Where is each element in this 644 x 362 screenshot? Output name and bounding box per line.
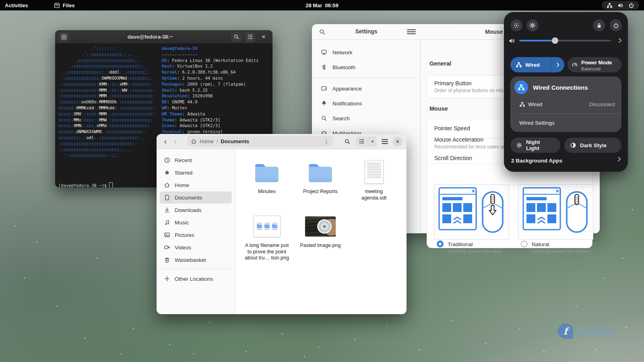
file-meeting-agenda[interactable]: meeting agenda.odt: [348, 158, 400, 201]
file-long-filename-png[interactable]: A long filename just to prove the point …: [241, 213, 293, 261]
home-icon: [191, 138, 197, 144]
files-content[interactable]: Minutes Project Reports meeting agenda.o…: [236, 150, 407, 314]
mouse-heading: Mouse: [429, 105, 448, 112]
volume-icon: [508, 37, 515, 44]
view-options-caret-icon[interactable]: ▾: [368, 139, 377, 144]
back-button[interactable]: ‹: [161, 137, 170, 146]
sidebar-item-videos[interactable]: Videos: [160, 241, 232, 253]
files-app-icon: [54, 2, 60, 8]
image-thumbnail: [253, 213, 281, 240]
folder-project-reports[interactable]: Project Reports: [295, 159, 346, 195]
settings-page-title: Mouse: [485, 29, 503, 35]
wired-expand-button[interactable]: [551, 57, 564, 72]
lock-button[interactable]: [593, 19, 605, 31]
screenshot-button[interactable]: [510, 19, 522, 31]
fedora-logo: f: [558, 323, 573, 339]
files-headerbar[interactable]: ‹ › Home / Documents ⋮ ▾ ×: [157, 134, 407, 149]
fedora-watermark: f fedora: [558, 323, 612, 339]
sidebar-item-starred[interactable]: Starred: [160, 167, 232, 179]
wired-connections-icon: [514, 80, 528, 94]
fedora-wordmark: fedora: [577, 324, 612, 338]
breadcrumb-current[interactable]: Documents: [221, 138, 249, 144]
files-search-icon[interactable]: [344, 138, 351, 145]
sidebar-item-downloads[interactable]: Downloads: [160, 204, 232, 216]
files-sidebar: Recent Starred Home Documents Downloads …: [157, 150, 235, 314]
system-tray[interactable]: [602, 1, 639, 10]
sidebar-item-music[interactable]: Music: [160, 216, 232, 228]
natural-illustration[interactable]: [518, 184, 593, 240]
sidebar-item-documents[interactable]: Documents: [160, 191, 232, 204]
sidebar-item-network[interactable]: Network: [316, 45, 416, 60]
sidebar-item-home[interactable]: Home: [160, 179, 232, 191]
power-mode-icon: [572, 62, 578, 68]
power-mode-toggle[interactable]: Power ModeBalanced: [568, 57, 621, 72]
breadcrumb[interactable]: Home / Documents ⋮: [187, 136, 333, 147]
terminal-title: dave@fedora-38:~: [72, 34, 228, 40]
clock[interactable]: 28 Mar 06:59: [305, 2, 339, 8]
background-apps-expand-icon[interactable]: [616, 156, 622, 162]
files-menu-button[interactable]: [382, 139, 388, 144]
desktop: dave@fedora-38:~ × .',;::::;,'. .';:cccc…: [0, 0, 644, 362]
terminal-titlebar[interactable]: dave@fedora-38:~ ×: [55, 30, 272, 44]
traditional-radio[interactable]: [437, 241, 444, 247]
lock-icon: [596, 23, 602, 29]
chevron-right-icon: [555, 62, 561, 68]
sidebar-item-appearance[interactable]: Appearance: [316, 81, 416, 96]
folder-minutes[interactable]: Minutes: [241, 159, 293, 195]
document-icon: [365, 158, 384, 186]
terminal-new-tab-button[interactable]: [59, 32, 69, 42]
settings-menu-button[interactable]: [407, 27, 416, 36]
list-view-icon[interactable]: [355, 138, 368, 144]
sidebar-item-other-locations[interactable]: Other Locations: [160, 273, 232, 285]
breadcrumb-home[interactable]: Home: [200, 138, 214, 144]
file-pasted-image-png[interactable]: Pasted image.png: [295, 213, 346, 249]
view-toggle-button[interactable]: ▾: [355, 136, 377, 147]
night-light-icon: [516, 142, 522, 148]
settings-window-title: Settings: [312, 28, 421, 35]
quick-settings-panel: Wired Power ModeBalanced Wired Connectio…: [504, 12, 628, 172]
power-button[interactable]: [610, 19, 622, 31]
wired-row[interactable]: Wired: [528, 101, 542, 107]
volume-fill: [519, 40, 555, 41]
wired-settings-item[interactable]: Wired Settings: [519, 120, 555, 126]
folder-icon: [308, 159, 333, 186]
night-light-toggle[interactable]: Night Light: [510, 138, 560, 153]
power-icon: [613, 23, 619, 29]
sidebar-item-pictures[interactable]: Pictures: [160, 229, 232, 241]
volume-expand-icon[interactable]: [617, 37, 623, 43]
volume-handle[interactable]: [552, 37, 558, 44]
sidebar-item-recent[interactable]: Recent: [160, 154, 232, 166]
terminal-menu-button[interactable]: [245, 32, 255, 42]
wired-toggle[interactable]: Wired: [510, 57, 551, 72]
wired-connections-menu: Wired Connections Wired Disconnect Wired…: [510, 76, 621, 132]
path-menu-icon[interactable]: ⋮: [324, 138, 329, 145]
files-window: ‹ › Home / Documents ⋮ ▾ × Recen: [157, 134, 407, 314]
volume-slider[interactable]: [519, 40, 611, 41]
neofetch-userhost: dave@fedora-38: [162, 46, 198, 51]
sidebar-item-notifications[interactable]: Notifications: [316, 96, 416, 111]
terminal-search-button[interactable]: [231, 32, 242, 42]
sidebar-item-wastebasket[interactable]: Wastebasket: [160, 254, 232, 266]
background-apps-row[interactable]: 2 Background Apps: [511, 158, 562, 164]
traditional-illustration[interactable]: [434, 184, 509, 240]
top-bar: Activities Files 28 Mar 06:59: [0, 0, 644, 10]
files-close-button[interactable]: ×: [393, 137, 402, 146]
natural-option[interactable]: NaturalScrolling moves the content: [521, 241, 591, 254]
neofetch-output: dave@fedora-38 -------------- OS: Fedora…: [162, 45, 258, 135]
activities-button[interactable]: Activities: [0, 0, 33, 10]
focused-app-menu[interactable]: Files: [49, 0, 80, 10]
forward-button[interactable]: ›: [170, 137, 180, 146]
shell-prompt: [dave@fedora-38 ~]$: [58, 182, 113, 187]
screenshot-icon: [513, 22, 520, 29]
sidebar-item-search[interactable]: Search: [316, 111, 416, 125]
terminal-close-button[interactable]: ×: [258, 32, 269, 42]
traditional-option[interactable]: TraditionalScrolling moves the view: [437, 241, 501, 254]
sidebar-divider: [312, 78, 420, 78]
sidebar-item-bluetooth[interactable]: Bluetooth: [316, 60, 416, 74]
disconnect-button[interactable]: Disconnect: [589, 101, 615, 107]
settings-button[interactable]: [526, 19, 539, 31]
network-wired-icon: [607, 2, 613, 8]
dark-style-toggle[interactable]: Dark Style: [564, 138, 621, 153]
photo-thumbnail: [305, 213, 336, 240]
natural-radio[interactable]: [521, 241, 528, 247]
